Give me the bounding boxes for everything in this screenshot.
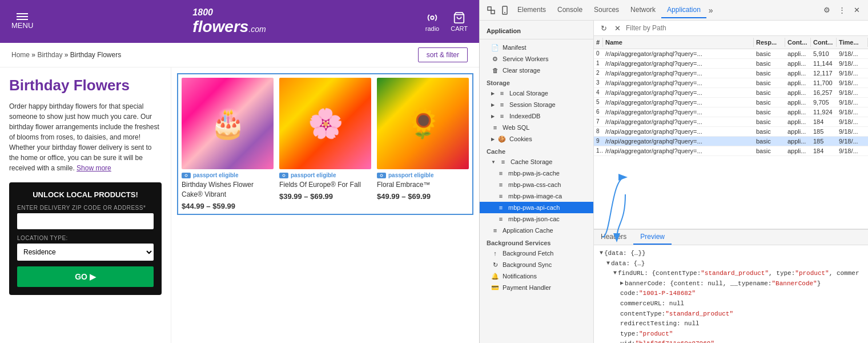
sidebar-item-notifications[interactable]: 🔔 Notifications	[480, 270, 593, 282]
product-card[interactable]: 🎂 passport eligible Birthday Wishes Flow…	[182, 78, 274, 210]
sidebar-item-indexeddb[interactable]: ▶ ≡ IndexedDB	[480, 110, 593, 122]
tab-network[interactable]: Network	[625, 2, 661, 18]
table-row[interactable]: 5 /r/api/aggregator/graphql?query=... ba…	[594, 98, 868, 107]
product-name-2: Floral Embrace™	[377, 180, 469, 190]
indexeddb-icon: ≡	[498, 112, 506, 120]
clear-button[interactable]: ✕	[612, 23, 622, 33]
breadcrumb-current: Birthday Flowers	[70, 51, 121, 59]
product-card[interactable]: 🌻 passport eligible Floral Embrace™ $49.…	[377, 78, 469, 210]
table-row[interactable]: 6 /r/api/aggregator/graphql?query=... ba…	[594, 107, 868, 117]
sidebar-item-css-cache[interactable]: ≡ mbp-pwa-css-cach	[480, 179, 593, 190]
tab-sources[interactable]: Sources	[588, 2, 625, 18]
sidebar-item-js-cache[interactable]: ≡ mbp-pwa-js-cache	[480, 167, 593, 179]
tab-preview[interactable]: Preview	[633, 230, 672, 245]
sidebar-item-api-cache[interactable]: ≡ mbp-pwa-api-cach	[480, 202, 593, 213]
row-cont1: appli...	[785, 49, 811, 58]
tab-console[interactable]: Console	[552, 2, 588, 18]
menu-button[interactable]: MENU	[11, 13, 33, 30]
table-row[interactable]: 3 /r/api/aggregator/graphql?query=... ba…	[594, 78, 868, 88]
tab-application[interactable]: Application	[661, 2, 706, 18]
tab-more[interactable]: »	[706, 2, 716, 18]
breadcrumb-home[interactable]: Home	[11, 51, 30, 59]
table-row[interactable]: 7 /r/api/aggregator/graphql?query=... ba…	[594, 117, 868, 127]
api-cache-icon: ≡	[497, 204, 505, 212]
row-cont2: 11,144	[811, 59, 837, 68]
location-select[interactable]: Residence	[17, 244, 154, 261]
location-label: LOCATION TYPE:	[17, 235, 154, 241]
breadcrumb-birthday[interactable]: Birthday	[37, 51, 62, 59]
sidebar-item-service-workers[interactable]: ⚙ Service Workers	[480, 53, 593, 65]
show-more-link[interactable]: Show more	[77, 164, 111, 172]
sidebar-item-bg-fetch[interactable]: ↑ Background Fetch	[480, 248, 593, 259]
table-row[interactable]: 8 /r/api/aggregator/graphql?query=... ba…	[594, 127, 868, 137]
logo[interactable]: 1800 flowers.com	[192, 7, 266, 36]
app-cache-icon: ≡	[491, 226, 499, 234]
table-row[interactable]: 1 /r/api/aggregator/graphql?query=... ba…	[594, 59, 868, 69]
manifest-icon: 📄	[491, 43, 499, 51]
row-resp: basic	[754, 117, 785, 126]
header-icons: radio CART	[425, 11, 468, 32]
sidebar-item-local-storage[interactable]: ▶ ≡ Local Storage	[480, 87, 593, 99]
sidebar-item-manifest[interactable]: 📄 Manifest	[480, 42, 593, 53]
radio-button[interactable]: radio	[425, 11, 439, 32]
passport-text-2: passport eligible	[388, 172, 433, 178]
json-line: code: "1001-P-148682"	[600, 289, 862, 299]
row-resp: basic	[754, 146, 785, 155]
table-row[interactable]: 4 /r/api/aggregator/graphql?query=... ba…	[594, 88, 868, 98]
close-icon[interactable]: ✕	[850, 3, 863, 17]
devtools-inspect-icon[interactable]	[484, 3, 498, 17]
cart-button[interactable]: CART	[451, 11, 468, 32]
row-cont1: appli...	[785, 137, 811, 146]
product-card[interactable]: 🌸 passport eligible Fields Of Europe® Fo…	[279, 78, 371, 210]
row-resp: basic	[754, 127, 785, 136]
table-row[interactable]: 2 /r/api/aggregator/graphql?query=... ba…	[594, 69, 868, 78]
image-cache-label: mbp-pwa-image-ca	[508, 193, 562, 200]
product-price-0: $44.99 – $59.99	[182, 202, 274, 210]
sidebar-item-image-cache[interactable]: ≡ mbp-pwa-image-ca	[480, 190, 593, 202]
row-time: 9/18/...	[837, 137, 868, 146]
row-name: /r/api/aggregator/graphql?query=...	[603, 137, 754, 146]
sidebar-item-web-sql[interactable]: ≡ Web SQL	[480, 122, 593, 133]
table-row[interactable]: 0 /r/api/aggregator/graphql?query=... ba…	[594, 49, 868, 59]
sidebar-item-json-cache[interactable]: ≡ mbp-pwa-json-cac	[480, 213, 593, 225]
row-cont2: 11,924	[811, 107, 837, 117]
bg-sync-icon: ↻	[491, 261, 499, 269]
row-name: /r/api/aggregator/graphql?query=...	[603, 98, 754, 107]
sidebar-item-payment-handler[interactable]: 💳 Payment Handler	[480, 282, 593, 293]
sidebar-item-clear-storage[interactable]: 🗑 Clear storage	[480, 65, 593, 76]
sidebar-item-cookies[interactable]: ▶ 🍪 Cookies	[480, 133, 593, 145]
row-time: 9/18/...	[837, 88, 868, 97]
tab-headers[interactable]: Headers	[594, 230, 633, 245]
service-workers-label: Service Workers	[503, 55, 548, 62]
sidebar-item-session-storage[interactable]: ▶ ≡ Session Storage	[480, 99, 593, 110]
sidebar-item-bg-sync[interactable]: ↻ Background Sync	[480, 259, 593, 270]
tab-elements[interactable]: Elements	[512, 2, 552, 18]
logo-top: 1800	[192, 7, 213, 17]
devtools-device-icon[interactable]	[498, 3, 512, 17]
unlock-box: UNLOCK LOCAL PRODUCTS! ENTER DELIVERY ZI…	[9, 182, 162, 295]
refresh-button[interactable]: ↻	[598, 23, 609, 33]
requests-table: # Name Resp... Cont... Cont... Time... 0…	[594, 36, 868, 229]
json-line: ▼ findURL: {contentType: "standard_produ…	[600, 269, 862, 279]
sidebar-item-application-cache[interactable]: ≡ Application Cache	[480, 225, 593, 236]
sort-filter-button[interactable]: sort & filter	[418, 47, 468, 62]
go-button[interactable]: GO ▶	[17, 266, 154, 287]
table-row[interactable]: 10 /r/api/aggregator/graphql?query=... b…	[594, 146, 868, 156]
network-toolbar: ↻ ✕	[594, 21, 868, 36]
settings-icon[interactable]: ⚙	[820, 3, 834, 17]
site-main: Birthday Flowers Order happy birthday fl…	[0, 67, 479, 343]
bottom-panel: Headers Preview ▼ {data: {…}}▼ data: {…}…	[594, 229, 868, 343]
radio-label: radio	[425, 25, 439, 32]
table-row[interactable]: 9 /r/api/aggregator/graphql?query=... ba…	[594, 137, 868, 146]
svg-rect-2	[183, 173, 190, 178]
passport-badge-0: passport eligible	[182, 172, 274, 178]
row-resp: basic	[754, 88, 785, 97]
filter-input[interactable]	[626, 24, 863, 32]
more-options-icon[interactable]: ⋮	[835, 3, 849, 17]
col-name: Name	[603, 38, 754, 47]
product-image-0: 🎂	[182, 78, 274, 169]
sidebar-item-cache-storage[interactable]: ▼ ≡ Cache Storage	[480, 156, 593, 167]
page-title: Birthday Flowers	[9, 77, 162, 94]
zip-input[interactable]	[17, 213, 154, 229]
row-cont1: appli...	[785, 78, 811, 87]
